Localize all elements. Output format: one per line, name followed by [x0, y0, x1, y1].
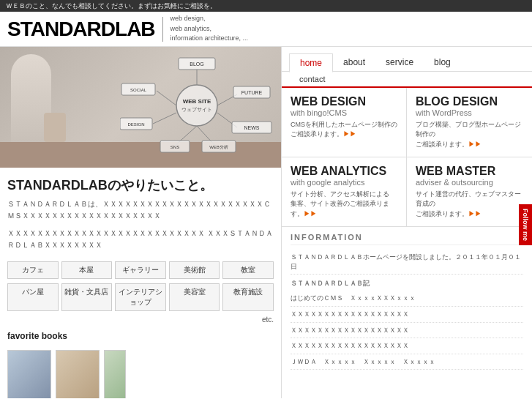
service-analytics-subtitle: with google analytics	[291, 178, 397, 187]
svg-line-7	[153, 113, 176, 124]
book-thumb-2	[56, 350, 100, 398]
service-webmaster: WEB MASTER adviser & outsourcing サイト運営の代…	[407, 157, 532, 226]
service-webdesign-desc: CMSを利用したホームページ制作のご相談承ります。▶▶	[291, 120, 397, 140]
book-thumb-1	[7, 350, 51, 398]
nav-home[interactable]: home	[289, 53, 333, 72]
svg-text:WEB SITE: WEB SITE	[183, 98, 211, 105]
header: STANDARDLAB web design, web analytics, i…	[0, 12, 532, 47]
nav-contact[interactable]: contact	[289, 72, 335, 86]
follow-button[interactable]: Follow me	[519, 204, 532, 245]
nav-wrapper: home about service blog contact	[282, 47, 532, 88]
service-analytics-desc: サイト分析、アクセス解析による集客、サイト改善のご相談承ります。▶▶	[291, 190, 397, 220]
logo: STANDARDLAB	[7, 18, 155, 41]
svg-text:WEB分析: WEB分析	[209, 145, 228, 149]
svg-text:SNS: SNS	[171, 145, 179, 149]
tag-variety[interactable]: 雑貨・文具店	[61, 283, 113, 311]
info-item-1: はじめてのＣＭＳ ＸｘｘｘＸＸＸｘｘｘ	[291, 291, 523, 307]
service-webmaster-subtitle: adviser & outsourcing	[416, 178, 523, 187]
info-label-standardlab: ＳＴＡＮＤＡＲＤＬＡＢ記	[291, 279, 523, 288]
top-bar: ＷＥＢのこと、なんでも相談してください。まずはお気軽にご相談を。	[0, 0, 532, 12]
hero-mindmap: WEB SITE ウェブサイト BLOG FUTURE	[120, 54, 274, 157]
tag-interior[interactable]: インテリアショップ	[115, 283, 166, 311]
tag-bakery[interactable]: パン屋	[7, 283, 59, 311]
tag-cafe[interactable]: カフェ	[7, 261, 59, 279]
book-thumb-3	[104, 350, 126, 398]
nav-bottom: contact	[282, 71, 532, 86]
nav-service[interactable]: service	[375, 53, 424, 71]
svg-text:DESIGN: DESIGN	[127, 122, 144, 127]
right-column: home about service blog contact WEB DESI…	[282, 47, 532, 398]
service-grid: WEB DESIGN with bingo!CMS CMSを利用したホームページ…	[282, 88, 532, 227]
tag-grid-row2: パン屋 雑貨・文具店 インテリアショップ 美容室 教育施設	[0, 283, 281, 316]
hero-bg: WEB SITE ウェブサイト BLOG FUTURE	[0, 47, 281, 168]
tag-classroom[interactable]: 教室	[222, 261, 274, 279]
left-column: WEB SITE ウェブサイト BLOG FUTURE	[0, 47, 282, 398]
nav-about[interactable]: about	[333, 53, 375, 71]
svg-text:BLOG: BLOG	[190, 61, 203, 67]
logo-separator	[162, 17, 163, 42]
hero-image: WEB SITE ウェブサイト BLOG FUTURE	[0, 47, 281, 168]
nav-blog[interactable]: blog	[424, 53, 461, 71]
hero-object	[44, 113, 66, 142]
logo-tagline: web design, web analytics, information a…	[171, 14, 249, 44]
info-title: INFORMATION	[291, 233, 523, 245]
books-row	[0, 346, 281, 398]
info-item-3: ＸＸＸＸＸＸＸＸＸＸＸＸＸＸＸＸＸＸ	[291, 323, 523, 339]
service-webdesign: WEB DESIGN with bingo!CMS CMSを利用したホームページ…	[282, 88, 407, 157]
service-webmaster-desc: サイト運営の代行、ウェブマスター育成のご相談承ります。▶▶	[416, 190, 523, 220]
info-section: INFORMATION ＳＴＡＮＤＡＲＤＬＡＢホームページを開設しました。２０１…	[282, 227, 532, 376]
service-webmaster-title: WEB MASTER	[416, 165, 523, 178]
info-item-4: ＸＸＸＸＸＸＸＸＸＸＸＸＸＸＸＸＸＸ	[291, 338, 523, 354]
tag-education[interactable]: 教育施設	[222, 283, 274, 311]
tag-grid-row1: カフェ 本屋 ギャラリー 美術館 教室	[0, 257, 281, 283]
service-blogdesign-subtitle: with WordPress	[416, 108, 523, 117]
svg-line-6	[157, 91, 176, 105]
info-item-0: ＳＴＡＮＤＡＲＤＬＡＢホームページを開設しました。２０１１年０１月０１日	[291, 250, 523, 275]
tag-salon[interactable]: 美容室	[169, 283, 220, 311]
svg-point-0	[176, 85, 217, 126]
svg-text:NEWS: NEWS	[244, 125, 260, 130]
service-webdesign-subtitle: with bingo!CMS	[291, 108, 397, 117]
service-analytics: WEB ANALYTICS with google analytics サイト分…	[282, 157, 407, 226]
svg-text:ウェブサイト: ウェブサイト	[181, 107, 212, 113]
tag-museum[interactable]: 美術館	[169, 261, 220, 279]
service-blogdesign-desc: ブログ構築、ブログ型ホームページ制作のご相談承ります。▶▶	[416, 120, 523, 150]
service-analytics-title: WEB ANALYTICS	[291, 165, 397, 178]
mission-text1: ＳＴＡＮＤＡＲＤＬＡＢは、ＸＸＸＸＸＸＸＸＸＸＸＸＸＸＸＸＸＸＸＸＸＸＣＭＳＸＸ…	[0, 198, 281, 228]
info-item-5: ＪＷＤＡ Ｘｘｘｘｘ Ｘｘｘｘｘ Ｘｘｘｘｘ	[291, 354, 523, 370]
info-item-2: ＸＸＸＸＸＸＸＸＸＸＸＸＸＸＸＸＸＸ	[291, 307, 523, 323]
mission-title: STANDARDLABのやりたいこと。	[0, 168, 281, 198]
nav-top: home about service blog	[282, 47, 532, 71]
etc-text: etc.	[0, 316, 281, 327]
service-webdesign-title: WEB DESIGN	[291, 95, 397, 108]
top-bar-text: ＷＥＢのこと、なんでも相談してください。まずはお気軽にご相談を。	[6, 1, 217, 11]
main-layout: WEB SITE ウェブサイト BLOG FUTURE	[0, 47, 532, 398]
mission-text2: ＸＸＸＸＸＸＸＸＸＸＸＸＸＸＸＸＸＸＸＸＸＸＸＸＸＸＸ ＸＸＸＳＴＡＮＤＡＲＤＬ…	[0, 228, 281, 257]
tag-gallery[interactable]: ギャラリー	[115, 261, 166, 279]
service-blogdesign: BLOG DESIGN with WordPress ブログ構築、ブログ型ホーム…	[407, 88, 532, 157]
tag-bookstore[interactable]: 本屋	[61, 261, 113, 279]
service-blogdesign-title: BLOG DESIGN	[416, 95, 523, 108]
favorite-books-title: favorite books	[0, 327, 281, 346]
svg-text:FUTURE: FUTURE	[241, 90, 263, 95]
svg-text:SOCIAL: SOCIAL	[130, 88, 147, 92]
